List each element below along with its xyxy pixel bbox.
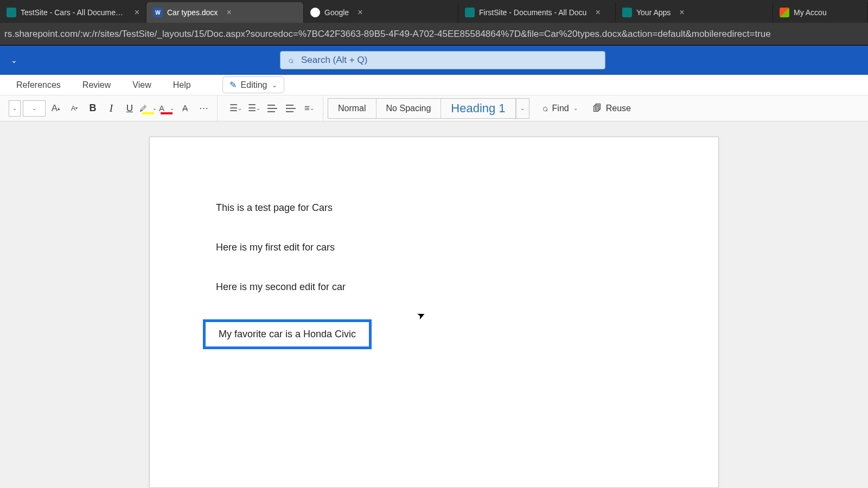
browser-tab[interactable]: TestSite - Cars - All Documents × bbox=[0, 2, 146, 23]
browser-tab[interactable]: Google × bbox=[304, 2, 458, 23]
ribbon-tab-references[interactable]: References bbox=[16, 80, 61, 90]
selected-text-box[interactable]: My favorite car is a Honda Civic bbox=[203, 319, 372, 349]
ribbon-tabs: References Review View Help ✎ Editing ⌄ bbox=[0, 75, 868, 95]
tab-title: TestSite - Cars - All Documents bbox=[21, 8, 126, 17]
find-button[interactable]: ⌕ Find ⌄ bbox=[542, 103, 578, 114]
style-no-spacing[interactable]: No Spacing bbox=[376, 99, 442, 118]
address-bar[interactable]: rs.sharepoint.com/:w:/r/sites/TestSite/_… bbox=[0, 23, 868, 46]
increase-indent-button[interactable] bbox=[283, 100, 299, 117]
close-icon[interactable]: × bbox=[595, 8, 600, 17]
style-heading1[interactable]: Heading 1 bbox=[441, 99, 515, 118]
shrink-font-button[interactable]: A▾ bbox=[66, 100, 82, 117]
styles-gallery[interactable]: Normal No Spacing Heading 1 ⌄ bbox=[328, 98, 529, 119]
bold-button[interactable]: B bbox=[85, 100, 101, 117]
document-page[interactable]: This is a test page for Cars Here is my … bbox=[149, 137, 719, 488]
bullets-button[interactable]: ☰ ⌄ bbox=[227, 100, 244, 117]
chevron-down-icon: ⌄ bbox=[272, 81, 277, 89]
url-text: rs.sharepoint.com/:w:/r/sites/TestSite/_… bbox=[4, 29, 771, 40]
editing-label: Editing bbox=[241, 80, 267, 90]
close-icon[interactable]: × bbox=[135, 8, 139, 17]
microsoft-icon bbox=[780, 8, 789, 17]
document-canvas: This is a test page for Cars Here is my … bbox=[0, 121, 868, 488]
reuse-icon: 🗐 bbox=[593, 104, 602, 113]
tab-title: Car types.docx bbox=[167, 8, 218, 17]
tab-title: Google bbox=[324, 8, 349, 17]
font-family-dropdown[interactable]: ⌄ bbox=[9, 100, 21, 117]
browser-tab[interactable]: FirstSite - Documents - All Docu × bbox=[458, 2, 616, 23]
browser-tab[interactable]: My Accou bbox=[773, 2, 868, 23]
decrease-indent-button[interactable] bbox=[264, 100, 280, 117]
align-button[interactable]: ≡ ⌄ bbox=[301, 100, 317, 117]
tab-title: FirstSite - Documents - All Docu bbox=[479, 8, 586, 17]
styles-dropdown[interactable]: ⌄ bbox=[516, 99, 529, 118]
font-size-dropdown[interactable]: ⌄ bbox=[23, 100, 46, 117]
paragraph[interactable]: Here is my second edit for car bbox=[216, 280, 652, 294]
more-formatting-button[interactable]: ⋯ bbox=[195, 100, 212, 117]
browser-tab-active[interactable]: W Car types.docx × bbox=[146, 2, 304, 23]
close-icon[interactable]: × bbox=[679, 8, 684, 17]
italic-button[interactable]: I bbox=[103, 100, 119, 117]
browser-tab[interactable]: Your Apps × bbox=[616, 2, 773, 23]
font-color-button[interactable]: A⌄ bbox=[158, 100, 175, 117]
find-label: Find bbox=[552, 104, 569, 113]
tab-title: My Accou bbox=[794, 8, 827, 17]
reuse-label: Reuse bbox=[606, 104, 631, 113]
ribbon-tab-review[interactable]: Review bbox=[82, 80, 111, 90]
chevron-down-icon[interactable]: ⌄ bbox=[7, 52, 22, 69]
app-header: ⌄ ⌕ Search (Alt + Q) bbox=[0, 46, 868, 75]
search-input[interactable]: ⌕ Search (Alt + Q) bbox=[280, 51, 605, 69]
ribbon-tab-view[interactable]: View bbox=[132, 80, 151, 90]
search-icon: ⌕ bbox=[542, 103, 548, 114]
google-icon bbox=[310, 8, 320, 17]
ribbon-tab-help[interactable]: Help bbox=[173, 80, 191, 90]
search-placeholder: Search (Alt + Q) bbox=[301, 55, 367, 66]
toolbar: ⌄ ⌄ A▴ A▾ B I U 🖉⌄ A⌄ A̶ ⋯ ☰ ⌄ ☰ ⌄ ≡ ⌄ N… bbox=[0, 95, 868, 121]
chevron-down-icon: ⌄ bbox=[573, 105, 578, 111]
numbering-button[interactable]: ☰ ⌄ bbox=[246, 100, 262, 117]
browser-tabs-bar: TestSite - Cars - All Documents × W Car … bbox=[0, 0, 868, 23]
pen-icon: ✎ bbox=[229, 80, 237, 90]
paragraph[interactable]: Here is my first edit for cars bbox=[216, 241, 652, 254]
grow-font-button[interactable]: A▴ bbox=[48, 100, 64, 117]
sharepoint-icon bbox=[622, 8, 632, 17]
highlight-button[interactable]: 🖉⌄ bbox=[140, 100, 156, 117]
clear-formatting-button[interactable]: A̶ bbox=[177, 100, 193, 117]
paragraph[interactable]: This is a test page for Cars bbox=[216, 201, 652, 215]
style-normal[interactable]: Normal bbox=[328, 99, 376, 118]
word-icon: W bbox=[153, 8, 163, 17]
tab-title: Your Apps bbox=[636, 8, 671, 17]
sharepoint-icon bbox=[465, 8, 475, 17]
underline-button[interactable]: U bbox=[122, 100, 138, 117]
sharepoint-icon bbox=[7, 8, 16, 17]
editing-mode-button[interactable]: ✎ Editing ⌄ bbox=[222, 76, 284, 93]
close-icon[interactable]: × bbox=[226, 8, 231, 17]
reuse-files-button[interactable]: 🗐 Reuse bbox=[593, 104, 631, 113]
search-icon: ⌕ bbox=[288, 55, 293, 65]
close-icon[interactable]: × bbox=[358, 8, 362, 17]
